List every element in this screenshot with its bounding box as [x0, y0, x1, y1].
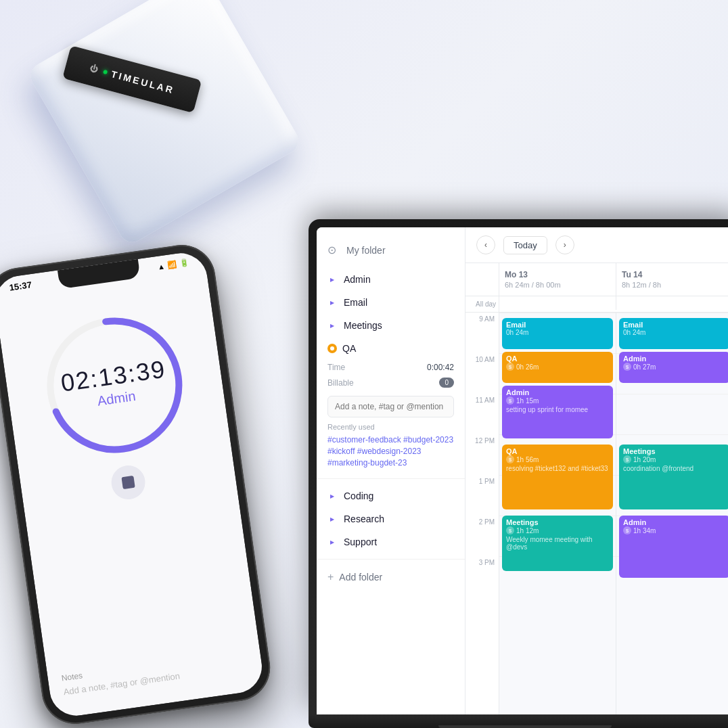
phone-stop-button[interactable]: [109, 463, 147, 501]
phone-body: 15:37 ▲ 📶 🔋 0: [0, 241, 275, 728]
admin-arrow-icon: [327, 275, 337, 284]
device-diamond: [26, 0, 303, 247]
phone: 15:37 ▲ 📶 🔋 0: [0, 241, 275, 728]
event-note: setting up sprint for momee: [506, 406, 609, 413]
hour-line: [499, 313, 616, 313]
calendar-days-header: Mo 13 6h 24m / 8h 00m Tu 14 8h 12m / 8h: [465, 263, 728, 296]
event-time: 0h 24m: [623, 329, 726, 336]
stop-icon: [121, 476, 135, 489]
cal-time-labels: 9 AM 10 AM 11 AM 12 PM 1 PM 2 PM 3 PM: [465, 313, 499, 714]
laptop-screen: ⊙ My folder Admin Email Meetings: [317, 227, 728, 714]
app-calendar: ‹ Today › Mo 13 6h 24m / 8h 00m Tu 14: [465, 227, 728, 714]
sidebar-item-research[interactable]: Research: [317, 507, 465, 530]
cal-event-meetings-0[interactable]: Meetings $ 1h 12m Weekly momee meeting w…: [502, 516, 613, 571]
cal-all-day-cell-1: [616, 296, 728, 310]
sidebar-item-qa[interactable]: QA Time 0:00:42 Billable 0 Recently used: [317, 337, 465, 473]
event-time: $ 1h 15m: [506, 396, 609, 405]
sidebar-item-coding[interactable]: Coding: [317, 484, 465, 507]
sidebar-item-admin[interactable]: Admin: [317, 268, 465, 291]
billable-icon: $: [623, 526, 631, 534]
cal-time-spacer: [465, 263, 499, 296]
cal-all-day-row: All day: [465, 296, 728, 313]
calendar-scroll[interactable]: 9 AM 10 AM 11 AM 12 PM 1 PM 2 PM 3 PM: [465, 313, 728, 714]
cal-time-3pm: 3 PM: [465, 556, 499, 597]
device-led: [103, 70, 108, 74]
event-title: Admin: [506, 388, 609, 396]
qa-tag-1[interactable]: #customer-feedback #budget-2023: [327, 435, 454, 445]
cal-event-admin-2[interactable]: Admin $ 1h 34m: [619, 516, 728, 578]
qa-time-row: Time 0:00:42: [327, 360, 454, 375]
qa-tag-3[interactable]: #marketing-bugdet-23: [327, 458, 454, 468]
event-time: $ 1h 56m: [506, 455, 609, 463]
laptop-screen-frame: ⊙ My folder Admin Email Meetings: [309, 219, 728, 714]
hour-line: [616, 394, 728, 394]
cal-time-10am: 10 AM: [465, 353, 499, 394]
cal-hours-0: 6h 24m / 8h 00m: [505, 281, 610, 289]
cal-all-day-cell-0: [499, 296, 616, 310]
cal-day-header-0: Mo 13 6h 24m / 8h 00m: [499, 263, 616, 296]
meetings-arrow-icon: [327, 321, 337, 330]
support-label: Support: [344, 537, 377, 547]
meetings-label: Meetings: [344, 320, 382, 331]
qa-name-label: QA: [342, 343, 356, 354]
billable-icon: $: [506, 363, 514, 371]
event-title: Admin: [623, 518, 726, 526]
cal-next-button[interactable]: ›: [555, 235, 574, 254]
billable-icon: $: [506, 455, 514, 463]
qa-header: QA: [327, 337, 454, 360]
cal-time-12pm: 12 PM: [465, 434, 499, 475]
email-label: Email: [344, 297, 367, 308]
cal-event-email-1[interactable]: Email 0h 24m: [619, 318, 728, 349]
cal-event-qa-1[interactable]: QA $ 1h 56m resolving #ticket132 and #ti…: [502, 445, 613, 509]
folder-icon: ⊙: [327, 244, 341, 257]
event-title: QA: [506, 447, 609, 455]
email-arrow-icon: [327, 298, 337, 307]
cal-event-qa-0[interactable]: QA $ 0h 26m: [502, 352, 613, 383]
qa-dot-icon: [327, 344, 337, 353]
event-time: $ 1h 12m: [506, 526, 609, 534]
sidebar-divider-2: [317, 559, 465, 560]
cal-day-1: Email 0h 24m Admin $ 0h 27m: [616, 313, 728, 714]
cal-event-admin-0[interactable]: Admin $ 1h 15m setting up sprint for mom…: [502, 386, 613, 438]
qa-note-input[interactable]: [327, 396, 454, 417]
billable-icon: $: [623, 363, 631, 371]
cal-time-1pm: 1 PM: [465, 475, 499, 516]
cal-time-9am: 9 AM: [465, 313, 499, 353]
cal-all-day-label: All day: [465, 296, 499, 312]
laptop: ⊙ My folder Admin Email Meetings: [309, 219, 728, 728]
qa-billable-label: Billable: [327, 378, 354, 388]
qa-billable-badge: 0: [439, 378, 454, 388]
event-title: Meetings: [506, 518, 609, 526]
sidebar-item-meetings[interactable]: Meetings: [317, 314, 465, 337]
app-sidebar: ⊙ My folder Admin Email Meetings: [317, 227, 465, 714]
event-title: Meetings: [623, 447, 726, 455]
cal-day-header-1: Tu 14 8h 12m / 8h: [616, 263, 728, 296]
event-title: QA: [506, 355, 609, 363]
sidebar-item-support[interactable]: Support: [317, 530, 465, 553]
battery-icon: 🔋: [179, 258, 189, 268]
qa-tag-2[interactable]: #kickoff #webdesign-2023: [327, 447, 454, 456]
add-folder-button[interactable]: + Add folder: [317, 565, 465, 589]
signal-icon: ▲: [157, 262, 165, 271]
cal-events-area: Email 0h 24m QA $ 0h 26m: [499, 313, 728, 714]
wifi-icon: 📶: [167, 260, 178, 270]
cal-event-admin-1[interactable]: Admin $ 0h 27m: [619, 352, 728, 383]
qa-tags-section: Recently used #customer-feedback #budget…: [327, 423, 454, 473]
event-time: 0h 24m: [506, 329, 609, 336]
cal-event-email-0[interactable]: Email 0h 24m: [502, 318, 613, 349]
qa-tags-label: Recently used: [327, 423, 454, 431]
coding-label: Coding: [344, 491, 373, 501]
folder-title: My folder: [346, 245, 386, 256]
billable-icon: $: [506, 526, 514, 534]
qa-tags-list: #customer-feedback #budget-2023 #kickoff…: [327, 435, 454, 468]
qa-time-label: Time: [327, 363, 345, 372]
phone-timer-circle: 02:13:39 Admin: [30, 301, 198, 469]
cal-today-button[interactable]: Today: [503, 236, 547, 254]
sidebar-item-email[interactable]: Email: [317, 291, 465, 314]
cal-time-2pm: 2 PM: [465, 516, 499, 556]
support-arrow-icon: [327, 537, 337, 547]
research-arrow-icon: [327, 514, 337, 524]
qa-dot-inner: [330, 346, 334, 350]
cal-prev-button[interactable]: ‹: [476, 235, 495, 254]
cal-event-meetings-1[interactable]: Meetings $ 1h 20m coordination @frontend: [619, 445, 728, 509]
